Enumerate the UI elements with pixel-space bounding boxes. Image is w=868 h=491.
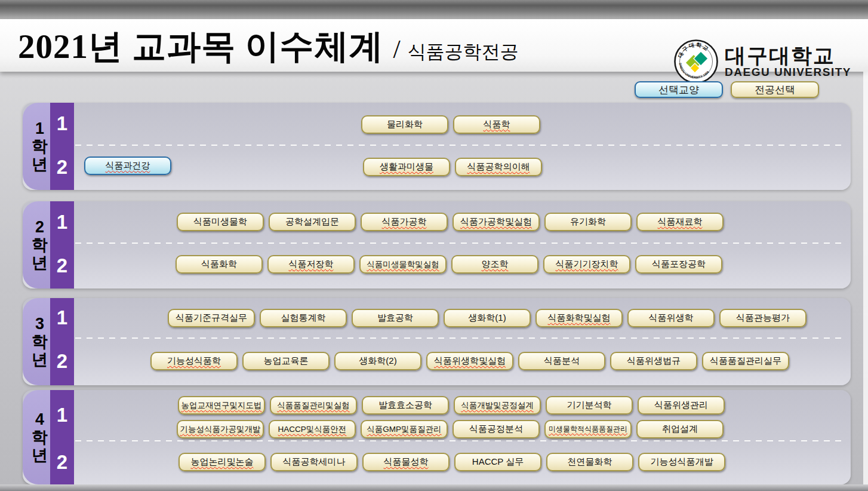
- course-label: 식품GMP및품질관리: [367, 424, 441, 435]
- course-식품품질관리실무[interactable]: 식품품질관리실무: [702, 352, 789, 370]
- course-농업교육론[interactable]: 농업교육론: [242, 352, 330, 370]
- course-기기분석학[interactable]: 기기분석학: [546, 396, 633, 415]
- course-미생물학적식품품질관리[interactable]: 미생물학적식품품질관리: [544, 420, 632, 438]
- course-천연물화학[interactable]: 천연물화학: [546, 453, 633, 471]
- course-기능성식품학[interactable]: 기능성식품학: [150, 352, 238, 370]
- course-생화학(2)[interactable]: 생화학(2): [334, 352, 421, 370]
- course-HACCP및식품안전[interactable]: HACCP및식품안전: [269, 420, 356, 438]
- course-label: 식품위생법규: [627, 355, 681, 367]
- course-식품GMP및품질관리[interactable]: 식품GMP및품질관리: [361, 420, 448, 438]
- course-label: 공학설계입문: [285, 216, 339, 228]
- course-label: 식품포장공학: [652, 259, 706, 270]
- year-2-semester-column: 12: [50, 201, 74, 289]
- course-식품미생물학및실험[interactable]: 식품미생물학및실험: [359, 255, 447, 274]
- course-label: 취업설계: [662, 424, 698, 435]
- course-식품관능평가[interactable]: 식품관능평가: [719, 309, 807, 327]
- title-separator: /: [393, 34, 401, 65]
- course-label: 식품물성학: [384, 456, 429, 468]
- course-식품포장공학[interactable]: 식품포장공학: [635, 255, 722, 274]
- right-edge-strip: [863, 72, 868, 484]
- semester-2-number: 2: [50, 452, 74, 472]
- course-생활과미생물[interactable]: 생활과미생물: [363, 158, 450, 176]
- course-식품기준규격실무[interactable]: 식품기준규격실무: [168, 309, 255, 327]
- course-식품학[interactable]: 식품학: [453, 115, 540, 134]
- course-label: 천연물화학: [568, 456, 612, 468]
- year-label-char: 4: [35, 410, 44, 428]
- course-공학설계입문[interactable]: 공학설계입문: [269, 213, 356, 231]
- year-band-3: 3학년12식품기준규격실무실험통계학발효공학생화학(1)식품화학및실험식품위생학…: [23, 298, 851, 385]
- legend-elective-liberal-button[interactable]: 선택교양: [635, 81, 723, 98]
- course-label: 물리화학: [387, 119, 423, 130]
- course-식품화학및실험[interactable]: 식품화학및실험: [535, 309, 623, 327]
- course-식품개발및공정설계[interactable]: 식품개발및공정설계: [454, 396, 541, 415]
- course-식품품질관리및실험[interactable]: 식품품질관리및실험: [270, 396, 357, 415]
- course-label: 기능성식품학: [167, 355, 221, 367]
- course-식품위생관리[interactable]: 식품위생관리: [638, 396, 725, 415]
- course-식품분석[interactable]: 식품분석: [518, 352, 605, 370]
- course-양조학[interactable]: 양조학: [451, 255, 538, 274]
- course-label: 식품품질관리실무: [710, 355, 781, 367]
- course-식품재료학[interactable]: 식품재료학: [636, 213, 724, 231]
- course-식품과건강[interactable]: 식품과건강: [84, 156, 171, 175]
- course-row-sem-2: 식품과건강: [84, 156, 171, 175]
- course-식품위생법규[interactable]: 식품위생법규: [610, 352, 697, 370]
- course-식품공정분석[interactable]: 식품공정분석: [453, 420, 540, 438]
- course-발효효소공학[interactable]: 발효효소공학: [362, 396, 449, 415]
- course-식품저장학[interactable]: 식품저장학: [267, 255, 355, 274]
- course-생화학(1)[interactable]: 생화학(1): [444, 309, 531, 327]
- course-label: 식품공학의이해: [467, 161, 530, 173]
- course-농업교재연구및지도법[interactable]: 농업교재연구및지도법: [178, 396, 265, 415]
- course-식품위생학[interactable]: 식품위생학: [627, 309, 715, 327]
- university-logo: 대구대학교 DAEGU·UNIVERSITY·1956 대구대학교 DAEGU …: [673, 39, 851, 84]
- semester-2-number: 2: [50, 256, 74, 276]
- course-label: 식품기준규격실무: [176, 312, 247, 324]
- university-seal-icon: 대구대학교 DAEGU·UNIVERSITY·1956: [673, 39, 719, 84]
- year-1-semester-column: 12: [50, 103, 74, 190]
- semester-divider: [75, 337, 846, 339]
- year-label-char: 학: [32, 236, 48, 254]
- year-4-semester-column: 12: [50, 390, 74, 484]
- course-식품가공학[interactable]: 식품가공학: [361, 213, 448, 231]
- year-label-char: 3: [35, 315, 44, 333]
- title-main: 2021년 교과목 이수체계: [18, 24, 384, 70]
- course-식품공학세미나[interactable]: 식품공학세미나: [270, 453, 358, 471]
- course-label: 생화학(2): [359, 355, 396, 367]
- course-식품물성학[interactable]: 식품물성학: [362, 453, 450, 471]
- course-row-sem-1: 식품미생물학공학설계입문식품가공학식품가공학및실험유기화학식품재료학: [177, 213, 724, 231]
- course-식품위생학및실험[interactable]: 식품위생학및실험: [426, 352, 513, 370]
- course-label: 기능성식품개발: [651, 456, 713, 468]
- course-식품기기장치학[interactable]: 식품기기장치학: [543, 255, 630, 274]
- course-label: 식품위생관리: [654, 400, 708, 411]
- course-취업설계[interactable]: 취업설계: [636, 420, 724, 438]
- course-농업논리및논술[interactable]: 농업논리및논술: [178, 453, 266, 471]
- course-유기화학[interactable]: 유기화학: [544, 213, 632, 231]
- semester-2-number: 2: [50, 351, 74, 372]
- course-label: 생활과미생물: [380, 161, 433, 173]
- course-label: 식품공학세미나: [283, 456, 346, 468]
- year-label-char: 학: [32, 137, 48, 155]
- course-물리화학[interactable]: 물리화학: [361, 115, 448, 134]
- course-label: 식품학: [484, 119, 510, 130]
- course-기능성식품가공및개발[interactable]: 기능성식품가공및개발: [177, 420, 264, 438]
- course-식품공학의이해[interactable]: 식품공학의이해: [455, 158, 542, 176]
- course-label: 식품재료학: [658, 216, 703, 228]
- semester-divider: [75, 243, 846, 244]
- year-band-4: 4학년12농업교재연구및지도법식품품질관리및실험발효효소공학식품개발및공정설계기…: [23, 390, 851, 484]
- course-label: 미생물학적식품품질관리: [549, 424, 627, 434]
- year-band-2: 2학년12식품미생물학공학설계입문식품가공학식품가공학및실험유기화학식품재료학식…: [23, 201, 851, 289]
- semester-1-number: 1: [50, 113, 74, 134]
- legend-major-elective-label: 전공선택: [755, 83, 795, 97]
- course-발효공학[interactable]: 발효공학: [352, 309, 439, 327]
- legend-major-elective-button[interactable]: 전공선택: [731, 81, 819, 98]
- course-식품화학[interactable]: 식품화학: [176, 255, 263, 274]
- course-row-sem-2: 생활과미생물식품공학의이해: [363, 158, 542, 176]
- course-label: 식품품질관리및실험: [277, 400, 350, 411]
- course-HACCP 실무[interactable]: HACCP 실무: [454, 453, 541, 471]
- course-실험통계학[interactable]: 실험통계학: [260, 309, 347, 327]
- course-기능성식품개발[interactable]: 기능성식품개발: [638, 453, 725, 471]
- course-label: 식품과건강: [106, 160, 150, 171]
- legend-elective-liberal-label: 선택교양: [658, 83, 699, 97]
- year-label-char: 년: [32, 155, 48, 173]
- course-식품가공학및실험[interactable]: 식품가공학및실험: [453, 213, 540, 231]
- course-식품미생물학[interactable]: 식품미생물학: [177, 213, 264, 231]
